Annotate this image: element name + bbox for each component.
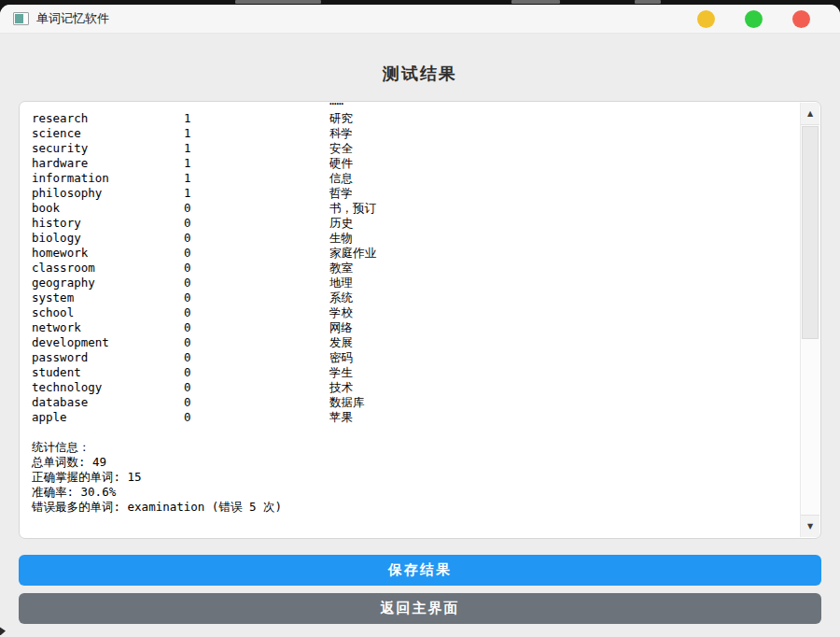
word-cell: information — [32, 171, 184, 186]
app-window: 单词记忆软件 测试结果 ⋯⋯research1研究science1科学secur… — [0, 5, 840, 637]
meaning-cell: 教室 — [329, 261, 798, 276]
meaning-cell: 学生 — [329, 365, 798, 380]
word-cell: apple — [32, 410, 184, 425]
result-row: ⋯⋯ — [20, 103, 798, 111]
result-row: book0书，预订 — [20, 201, 798, 216]
meaning-cell: 数据库 — [329, 395, 798, 410]
results-textarea[interactable]: ⋯⋯research1研究science1科学security1安全hardwa… — [19, 101, 821, 539]
word-cell: security — [32, 141, 184, 156]
meaning-cell: 苹果 — [329, 410, 798, 425]
background-text-fragment — [235, 0, 321, 4]
error-count-cell: 0 — [184, 305, 329, 320]
scroll-up-button[interactable]: ▲ — [801, 103, 819, 125]
stats-line: 总单词数: 49 — [20, 455, 798, 470]
background-text-fragment — [511, 0, 560, 4]
result-row: information1信息 — [20, 171, 798, 186]
error-count-cell: 1 — [184, 156, 329, 171]
error-count-cell: 1 — [184, 186, 329, 201]
error-count-cell: 0 — [184, 320, 329, 335]
word-cell: school — [32, 305, 184, 320]
error-count-cell — [184, 103, 329, 111]
word-cell: student — [32, 365, 184, 380]
word-cell: technology — [32, 380, 184, 395]
main-content: 测试结果 ⋯⋯research1研究science1科学security1安全h… — [0, 34, 840, 637]
error-count-cell: 0 — [184, 335, 329, 350]
word-cell: philosophy — [32, 186, 184, 201]
meaning-cell: 历史 — [329, 216, 798, 231]
error-count-cell: 0 — [184, 276, 329, 290]
result-row: technology0技术 — [20, 380, 798, 395]
meaning-cell: 书，预订 — [329, 201, 798, 216]
result-row: security1安全 — [20, 141, 798, 156]
result-row: student0学生 — [20, 365, 798, 380]
result-row: development0发展 — [20, 335, 798, 350]
stats-line: 错误最多的单词: examination (错误 5 次) — [20, 500, 798, 515]
close-button[interactable] — [792, 10, 810, 28]
error-count-cell: 0 — [184, 410, 329, 425]
scroll-down-button[interactable]: ▼ — [801, 515, 819, 537]
word-cell — [32, 103, 184, 111]
minimize-button[interactable] — [697, 10, 715, 28]
meaning-cell: 哲学 — [329, 186, 798, 201]
word-cell: history — [32, 216, 184, 231]
result-row: research1研究 — [20, 111, 798, 126]
back-to-main-button[interactable]: 返回主界面 — [19, 593, 821, 624]
error-count-cell: 1 — [184, 126, 329, 141]
meaning-cell: 硬件 — [329, 156, 798, 171]
result-row: database0数据库 — [20, 395, 798, 410]
meaning-cell: 地理 — [329, 276, 798, 290]
error-count-cell: 0 — [184, 350, 329, 365]
page-title: 测试结果 — [0, 63, 840, 85]
stats-line: 正确掌握的单词: 15 — [20, 470, 798, 485]
meaning-cell: 生物 — [329, 231, 798, 246]
traffic-lights — [697, 10, 827, 28]
error-count-cell: 0 — [184, 290, 329, 305]
result-row: history0历史 — [20, 216, 798, 231]
error-count-cell: 0 — [184, 395, 329, 410]
meaning-cell: ⋯⋯ — [329, 103, 798, 111]
meaning-cell: 学校 — [329, 305, 798, 320]
meaning-cell: 安全 — [329, 141, 798, 156]
error-count-cell: 1 — [184, 171, 329, 186]
stats-line: 统计信息： — [20, 440, 798, 455]
titlebar: 单词记忆软件 — [0, 5, 840, 34]
results-text: ⋯⋯research1研究science1科学security1安全hardwa… — [20, 103, 798, 515]
error-count-cell: 0 — [184, 216, 329, 231]
error-count-cell: 1 — [184, 141, 329, 156]
word-cell: system — [32, 290, 184, 305]
result-row: password0密码 — [20, 350, 798, 365]
word-cell: network — [32, 320, 184, 335]
error-count-cell: 0 — [184, 261, 329, 276]
meaning-cell: 发展 — [329, 335, 798, 350]
word-cell: database — [32, 395, 184, 410]
window-icon — [13, 12, 29, 25]
error-count-cell: 0 — [184, 231, 329, 246]
word-cell: biology — [32, 231, 184, 246]
error-count-cell: 0 — [184, 201, 329, 216]
vertical-scrollbar[interactable]: ▲ ▼ — [800, 103, 819, 537]
save-results-button[interactable]: 保存结果 — [19, 555, 821, 586]
result-row: science1科学 — [20, 126, 798, 141]
result-row: hardware1硬件 — [20, 156, 798, 171]
meaning-cell: 系统 — [329, 290, 798, 305]
maximize-button[interactable] — [745, 10, 763, 28]
result-row: philosophy1哲学 — [20, 186, 798, 201]
word-cell: geography — [32, 276, 184, 290]
word-cell: science — [32, 126, 184, 141]
result-row: apple0苹果 — [20, 410, 798, 425]
result-row: school0学校 — [20, 305, 798, 320]
scroll-down-icon: ▼ — [807, 522, 813, 531]
error-count-cell: 0 — [184, 246, 329, 261]
meaning-cell: 科学 — [329, 126, 798, 141]
error-count-cell: 1 — [184, 111, 329, 126]
scrollbar-thumb[interactable] — [802, 126, 819, 339]
word-cell: hardware — [32, 156, 184, 171]
meaning-cell: 家庭作业 — [329, 246, 798, 261]
word-cell: research — [32, 111, 184, 126]
meaning-cell: 密码 — [329, 350, 798, 365]
word-cell: password — [32, 350, 184, 365]
result-row: homework0家庭作业 — [20, 246, 798, 261]
error-count-cell: 0 — [184, 365, 329, 380]
result-row: system0系统 — [20, 290, 798, 305]
clipped-top-row: ⋯⋯ — [20, 103, 798, 111]
